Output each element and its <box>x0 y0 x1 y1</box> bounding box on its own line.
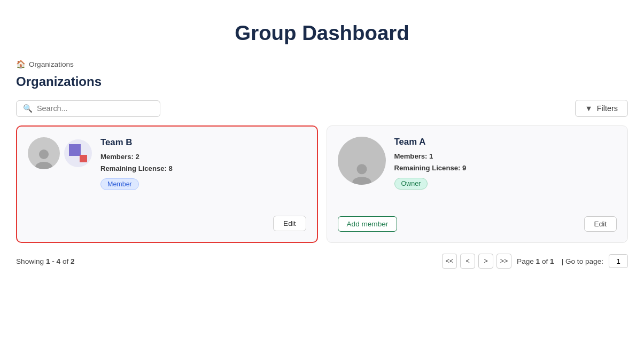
card-name: Team A <box>394 137 617 147</box>
first-page-button[interactable]: << <box>442 254 457 269</box>
cards-grid: Team B Members: 2 Remaining License: 8 M… <box>16 125 628 243</box>
card-license: Remaining License: 9 <box>394 162 617 174</box>
card-actions: Edit <box>28 207 306 231</box>
logo-square-top <box>69 144 81 156</box>
org-logo <box>64 139 92 167</box>
filters-label: Filters <box>597 104 618 113</box>
svg-point-0 <box>39 150 49 159</box>
search-icon: 🔍 <box>23 104 33 113</box>
search-input[interactable] <box>37 104 153 113</box>
showing-text: Showing 1 - 4 of 2 <box>16 257 75 265</box>
add-member-button-team-a[interactable]: Add member <box>338 216 398 232</box>
home-icon: 🏠 <box>16 60 26 69</box>
page-title: Group Dashboard <box>16 21 628 45</box>
edit-button-team-a[interactable]: Edit <box>584 216 617 232</box>
logo-shape <box>69 144 87 162</box>
goto-label: | Go to page: <box>562 257 603 265</box>
card-name: Team B <box>100 137 306 148</box>
card-info: Team A Members: 1 Remaining License: 9 O… <box>394 137 617 190</box>
breadcrumb: 🏠 Organizations <box>16 60 628 69</box>
member-badge: Member <box>100 178 139 190</box>
filter-icon: ▼ <box>585 104 593 113</box>
avatar <box>28 137 60 169</box>
next-page-button[interactable]: > <box>478 254 493 269</box>
last-page-button[interactable]: >> <box>496 254 511 269</box>
page-info: Page 1 of 1 <box>517 257 554 265</box>
toolbar: 🔍 ▼ Filters <box>16 100 628 117</box>
svg-point-1 <box>35 162 52 169</box>
edit-button-team-b[interactable]: Edit <box>273 216 306 231</box>
goto-page-input[interactable] <box>609 254 628 268</box>
avatar <box>338 137 386 185</box>
pagination-bar: Showing 1 - 4 of 2 << < > >> Page 1 of 1… <box>16 254 628 269</box>
svg-point-2 <box>356 164 367 174</box>
owner-badge: Owner <box>394 178 428 190</box>
org-card-team-a: Team A Members: 1 Remaining License: 9 O… <box>327 125 629 243</box>
card-members: Members: 2 <box>100 151 306 163</box>
card-actions: Add member Edit <box>338 208 617 232</box>
card-info: Team B Members: 2 Remaining License: 8 M… <box>100 137 306 190</box>
filters-button[interactable]: ▼ Filters <box>575 100 628 117</box>
pagination-controls: << < > >> Page 1 of 1 | Go to page: <box>442 254 628 269</box>
svg-point-3 <box>352 177 371 185</box>
card-top: Team A Members: 1 Remaining License: 9 O… <box>338 137 617 190</box>
prev-page-button[interactable]: < <box>460 254 475 269</box>
org-card-team-b: Team B Members: 2 Remaining License: 8 M… <box>16 125 318 243</box>
card-license: Remaining License: 8 <box>100 163 306 175</box>
section-title: Organizations <box>16 74 628 89</box>
card-members: Members: 1 <box>394 151 617 162</box>
breadcrumb-label[interactable]: Organizations <box>29 60 74 68</box>
card-top: Team B Members: 2 Remaining License: 8 M… <box>28 137 306 190</box>
logo-square-bottom <box>80 155 87 162</box>
search-wrapper: 🔍 <box>16 100 160 117</box>
avatar-group <box>28 137 92 169</box>
